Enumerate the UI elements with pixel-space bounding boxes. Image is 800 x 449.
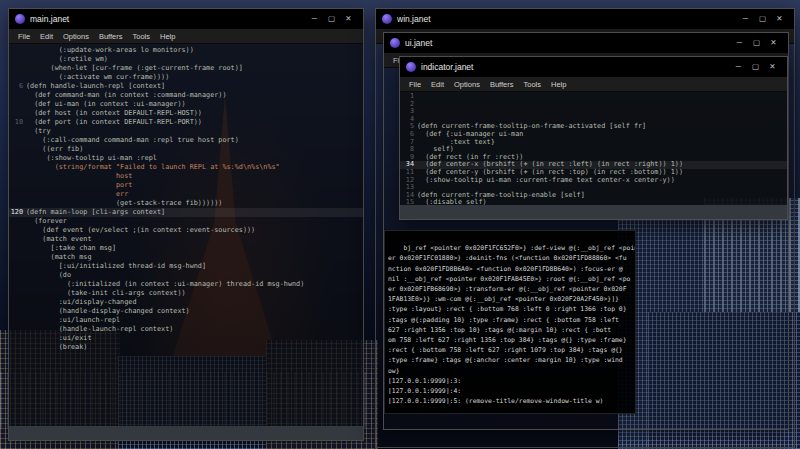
code-line[interactable]: (match event xyxy=(9,235,363,244)
modeline-indicator[interactable]: -(Unix)-- indicator.janet 86:16% (34,0) … xyxy=(400,205,787,219)
menu-item-options[interactable]: Options xyxy=(449,80,485,89)
code-text: :text text} xyxy=(417,139,787,147)
code-line[interactable]: 12 (:show-tooltip ui-man :current-frame … xyxy=(400,177,787,185)
code-line[interactable]: ((err fib) xyxy=(9,145,363,154)
code-text: :ui/launch-repl xyxy=(26,316,363,325)
code-text: (:show-tooltip ui-man :repl xyxy=(26,154,363,163)
code-text: (defn handle-launch-repl [context] xyxy=(26,82,363,91)
app-icon xyxy=(15,14,25,24)
code-line[interactable]: (break) xyxy=(9,343,363,352)
maximize-button[interactable]: ▢ xyxy=(754,9,771,29)
code-text: (def port (in context DEFAULT-REPL-PORT)… xyxy=(26,118,363,127)
code-text: (def command-man (in context :command-ma… xyxy=(26,91,363,100)
code-line[interactable]: (do xyxy=(9,271,363,280)
code-line[interactable]: 6(defn handle-launch-repl [context] xyxy=(9,82,363,91)
titlebar[interactable]: main.janet ─ ▢ ✕ xyxy=(9,9,363,29)
code-text: (take-init cli-args context)) xyxy=(26,289,363,298)
menu-item-options[interactable]: Options xyxy=(58,32,94,41)
code-line[interactable]: (match msg xyxy=(9,253,363,262)
minimize-button[interactable]: ─ xyxy=(737,9,754,29)
code-line[interactable]: (:retile wm) xyxy=(9,55,363,64)
code-line[interactable]: (get-stack-trace fib)))))) xyxy=(9,199,363,208)
code-line[interactable]: (handle-launch-repl context) xyxy=(9,325,363,334)
repl-output-panel[interactable]: bj_ref <pointer 0x020F1FC652F0>} :def-vi… xyxy=(384,230,636,414)
code-line[interactable]: 3 xyxy=(400,108,787,116)
editor-buffer-indicator[interactable]: 12345(defn current-frame-tooltip-on-fram… xyxy=(400,92,787,205)
close-button[interactable]: ✕ xyxy=(764,57,781,77)
code-line[interactable]: (string/format "Failed to launch REPL at… xyxy=(9,163,363,172)
code-text: (do xyxy=(26,271,363,280)
code-line[interactable]: (:call-command command-man :repl true ho… xyxy=(9,136,363,145)
code-text: (handle-launch-repl context) xyxy=(26,325,363,334)
line-number xyxy=(9,262,26,271)
menu-item-buffers[interactable]: Buffers xyxy=(485,80,519,89)
code-line[interactable]: 120(defn main-loop [cli-args context] xyxy=(9,208,363,217)
line-number: 120 xyxy=(9,208,26,217)
minimize-button[interactable]: ─ xyxy=(306,9,323,29)
code-text: [:take chan msg] xyxy=(26,244,363,253)
menu-item-help[interactable]: Help xyxy=(155,32,180,41)
titlebar[interactable]: indicator.janet ─ ▢ ✕ xyxy=(400,57,787,77)
line-number xyxy=(9,127,26,136)
line-number: 2 xyxy=(400,101,417,109)
code-line[interactable]: 1 xyxy=(400,93,787,101)
maximize-button[interactable]: ▢ xyxy=(747,57,764,77)
code-line[interactable]: (when-let [cur-frame (:get-current-frame… xyxy=(9,64,363,73)
code-line[interactable]: err xyxy=(9,190,363,199)
code-line[interactable]: (try xyxy=(9,127,363,136)
line-number: 4 xyxy=(400,116,417,124)
code-line[interactable]: (def event (ev/select ;(in context :even… xyxy=(9,226,363,235)
window-controls: ─ ▢ ✕ xyxy=(306,9,357,29)
code-line[interactable]: :ui/display-changed xyxy=(9,298,363,307)
menu-item-help[interactable]: Help xyxy=(546,80,571,89)
code-line[interactable]: host xyxy=(9,172,363,181)
line-number: 6 xyxy=(9,82,26,91)
menu-item-edit[interactable]: Edit xyxy=(426,80,449,89)
code-line[interactable]: (:show-tooltip ui-man :repl xyxy=(9,154,363,163)
menu-item-file[interactable]: File xyxy=(404,80,426,89)
close-button[interactable]: ✕ xyxy=(765,33,782,53)
code-text: (def event (ev/select ;(in context :even… xyxy=(26,226,363,235)
close-button[interactable]: ✕ xyxy=(340,9,357,29)
code-text xyxy=(417,93,787,101)
line-number xyxy=(9,244,26,253)
code-line[interactable]: (def host (in context DEFAULT-REPL-HOST)… xyxy=(9,109,363,118)
menu-item-tools[interactable]: Tools xyxy=(128,32,156,41)
code-line[interactable]: :ui/launch-repl xyxy=(9,316,363,325)
line-number xyxy=(9,298,26,307)
code-line[interactable]: (:initialized (in context :ui-manager) t… xyxy=(9,280,363,289)
minimize-button[interactable]: ─ xyxy=(730,57,747,77)
code-line[interactable]: 2 xyxy=(400,101,787,109)
code-line[interactable]: :ui/exit xyxy=(9,334,363,343)
line-number xyxy=(9,334,26,343)
code-line[interactable]: (handle-display-changed context) xyxy=(9,307,363,316)
code-line[interactable]: [:take chan msg] xyxy=(9,244,363,253)
menu-item-edit[interactable]: Edit xyxy=(35,32,58,41)
code-line[interactable]: port xyxy=(9,181,363,190)
menu-item-buffers[interactable]: Buffers xyxy=(94,32,128,41)
maximize-button[interactable]: ▢ xyxy=(323,9,340,29)
code-line[interactable]: [:ui/initialized thread-id msg-hwnd] xyxy=(9,262,363,271)
code-line[interactable]: (forever xyxy=(9,217,363,226)
menu-item-tools[interactable]: Tools xyxy=(519,80,547,89)
code-line[interactable]: (:activate wm cur-frame)))) xyxy=(9,73,363,82)
titlebar[interactable]: win.janet ─ ▢ ✕ xyxy=(376,9,794,29)
close-button[interactable]: ✕ xyxy=(771,9,788,29)
editor-buffer-main[interactable]: (:update-work-areas lo monitors)) (:reti… xyxy=(9,45,363,426)
maximize-button[interactable]: ▢ xyxy=(748,33,765,53)
modeline-main[interactable]: -(Unix)-- main.janet 44% (120,0) Fossil-… xyxy=(9,426,363,440)
window-title: indicator.janet xyxy=(421,62,725,72)
code-line[interactable]: 10 (def port (in context DEFAULT-REPL-PO… xyxy=(9,118,363,127)
code-line[interactable]: (:update-work-areas lo monitors)) xyxy=(9,46,363,55)
titlebar[interactable]: ui.janet ─ ▢ ✕ xyxy=(384,33,788,53)
code-line[interactable]: (take-init cli-args context)) xyxy=(9,289,363,298)
menu-item-file[interactable]: File xyxy=(13,32,35,41)
desktop-background: main.janet ─ ▢ ✕ FileEditOptionsBuffersT… xyxy=(0,0,800,449)
minimize-button[interactable]: ─ xyxy=(731,33,748,53)
code-text: (:update-work-areas lo monitors)) xyxy=(26,46,363,55)
code-line[interactable]: (def ui-man (in context :ui-manager)) xyxy=(9,100,363,109)
code-text: host xyxy=(26,172,363,181)
code-line[interactable]: (def command-man (in context :command-ma… xyxy=(9,91,363,100)
code-text: (:retile wm) xyxy=(26,55,363,64)
code-line[interactable]: 7 :text text} xyxy=(400,139,787,147)
